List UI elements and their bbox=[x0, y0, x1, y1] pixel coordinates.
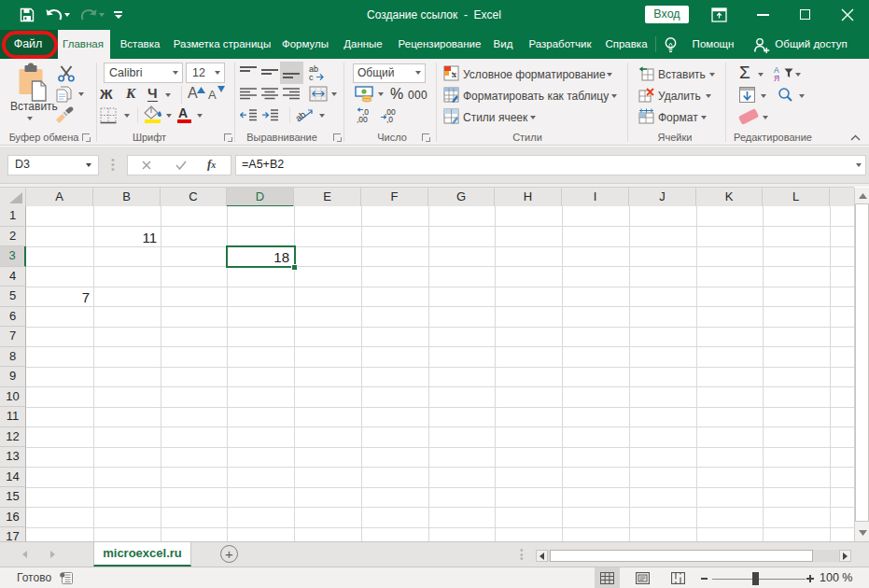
svg-text:c: c bbox=[309, 73, 314, 81]
svg-text:Я: Я bbox=[774, 74, 779, 82]
svg-text:,00: ,00 bbox=[357, 115, 368, 123]
svg-text:,0: ,0 bbox=[386, 115, 393, 123]
